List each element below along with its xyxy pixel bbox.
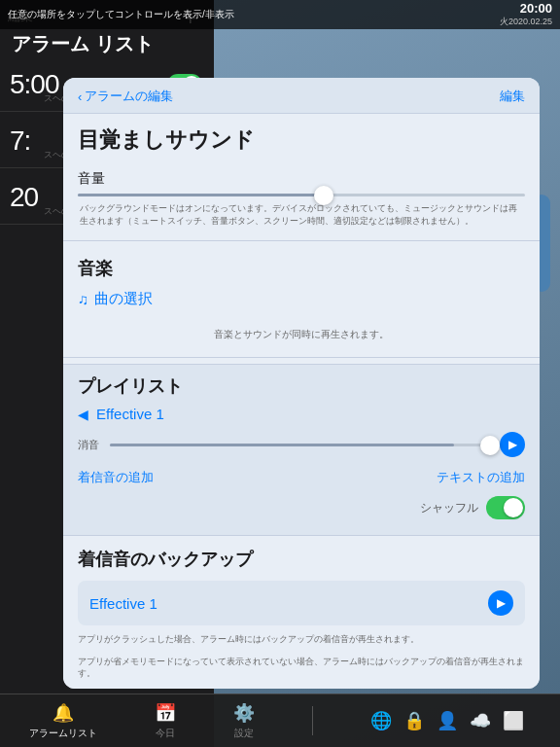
modal-body: 目覚ましサウンド 音量 バックグラウンドモードはオンになっています。デバイスがロ… [63, 114, 540, 689]
modal-edit-button[interactable]: 編集 [500, 88, 525, 105]
volume-slider-thumb[interactable] [314, 186, 333, 205]
modal-back-button[interactable]: ‹ アラームの編集 [78, 88, 173, 105]
globe-icon[interactable]: 🌐 [370, 710, 392, 731]
volume-warning-text: バックグラウンドモードはオンになっています。デバイスがロックされていても、ミュー… [78, 202, 525, 227]
modal-panel: ‹ アラームの編集 編集 目覚ましサウンド 音量 バックグラウンドモードはオンに… [63, 78, 540, 689]
backup-title: 着信音のバックアップ [78, 548, 525, 571]
today-nav-icon: 📅 [155, 702, 176, 724]
volume-slider-container [78, 194, 525, 196]
playlist-volume-thumb[interactable] [480, 436, 500, 455]
volume-slider-fill [78, 194, 324, 196]
shuffle-label: シャッフル [420, 500, 478, 516]
nav-right-icons: 🌐 🔒 👤 ☁️ ⬜ [370, 710, 532, 731]
square-icon[interactable]: ⬜ [503, 710, 524, 731]
notification-bar: 任意の場所をタップしてコントロールを表示/非表示 20:00 火2020.02.… [0, 0, 560, 29]
alarm-list-nav-label: アラームリスト [29, 727, 97, 740]
person-icon[interactable]: 👤 [437, 710, 458, 731]
song-pick-button[interactable]: ♫ 曲の選択 [78, 290, 525, 308]
nav-item-settings[interactable]: ⚙️ 設定 [233, 702, 255, 740]
playlist-volume-slider[interactable] [110, 444, 492, 446]
back-chevron-icon: ‹ [78, 89, 82, 104]
cloud-icon[interactable]: ☁️ [470, 710, 491, 731]
backup-play-button[interactable]: ▶ [488, 590, 513, 616]
playlist-item[interactable]: ◀ Effective 1 [78, 406, 525, 422]
modal-title: 目覚ましサウンド [63, 114, 540, 162]
backup-section: 着信音のバックアップ Effective 1 ▶ アプリがクラッシュした場合、ア… [63, 536, 540, 689]
playlist-volume-fill [110, 444, 454, 446]
music-note-icon: ♫ [78, 291, 88, 307]
nav-divider [312, 706, 313, 735]
music-section-title: 音楽 [78, 257, 525, 280]
music-note-text: 音楽とサウンドが同時に再生されます。 [78, 328, 525, 341]
top-bar-time: 20:00 [500, 1, 552, 16]
backup-name[interactable]: Effective 1 [89, 595, 158, 612]
back-label[interactable]: アラームの編集 [85, 88, 173, 105]
top-bar-date: 火2020.02.25 [500, 16, 552, 28]
playlist-volume-play-button[interactable]: ▶ [500, 432, 525, 457]
shuffle-row: シャッフル [78, 490, 525, 525]
shuffle-toggle[interactable] [486, 496, 525, 519]
divider-1 [63, 240, 540, 241]
nav-item-alarm-list[interactable]: 🔔 アラームリスト [29, 702, 97, 740]
add-buttons-row: 着信音の追加 テキストの追加 [78, 465, 525, 490]
bottom-navigation: 🔔 アラームリスト 📅 今日 ⚙️ 設定 🌐 🔒 👤 ☁️ ⬜ [0, 694, 560, 747]
backup-desc-1: アプリがクラッシュした場合、アラーム時にはバックアップの着信音が再生されます。 [78, 633, 525, 646]
playlist-name[interactable]: Effective 1 [96, 406, 164, 422]
alarm-list-title: アラーム リスト [12, 31, 154, 57]
volume-label: 音量 [78, 170, 525, 188]
playlist-volume-row: 消音 ▶ [78, 432, 525, 457]
volume-slider-track[interactable] [78, 194, 525, 196]
add-text-button[interactable]: テキストの追加 [437, 469, 525, 486]
settings-nav-label: 設定 [234, 727, 254, 740]
add-ringtone-button[interactable]: 着信音の追加 [78, 469, 154, 486]
playlist-title: プレイリスト [78, 374, 525, 398]
today-nav-label: 今日 [156, 727, 175, 740]
notification-text: 任意の場所をタップしてコントロールを表示/非表示 [8, 8, 234, 21]
music-section: 音楽 ♫ 曲の選択 音楽とサウンドが同時に再生されます。 [63, 247, 540, 351]
divider-2 [63, 357, 540, 358]
nav-item-today[interactable]: 📅 今日 [155, 702, 176, 740]
alarm-list-nav-icon: 🔔 [52, 702, 74, 724]
song-pick-label[interactable]: 曲の選択 [94, 290, 153, 308]
backup-desc-2: アプリが省メモリモードになっていて表示されていない場合、アラーム時にはバックアッ… [78, 656, 525, 680]
modal-header: ‹ アラームの編集 編集 [63, 78, 540, 114]
settings-nav-icon: ⚙️ [233, 702, 255, 724]
playlist-volume-label: 消音 [78, 438, 102, 452]
playlist-play-icon: ◀ [78, 407, 88, 422]
backup-item[interactable]: Effective 1 ▶ [78, 581, 525, 625]
volume-section: 音量 バックグラウンドモードはオンになっています。デバイスがロックされていても、… [63, 162, 540, 234]
lock-icon[interactable]: 🔒 [403, 710, 425, 731]
playlist-section: プレイリスト ◀ Effective 1 消音 ▶ 着信音の追加 テキストの追加… [63, 364, 540, 536]
